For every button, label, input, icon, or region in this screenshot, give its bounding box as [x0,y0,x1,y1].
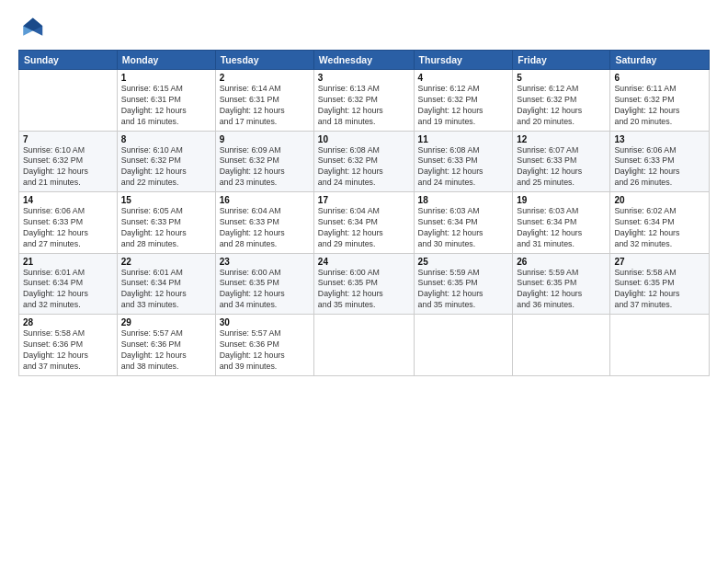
day-info: Sunrise: 6:03 AMSunset: 6:34 PMDaylight:… [418,206,509,250]
calendar-table: SundayMondayTuesdayWednesdayThursdayFrid… [18,50,710,376]
day-number: 15 [121,195,211,205]
calendar-cell: 10Sunrise: 6:08 AMSunset: 6:32 PMDayligh… [313,131,414,192]
day-info: Sunrise: 6:05 AMSunset: 6:33 PMDaylight:… [121,206,211,250]
day-number: 22 [121,257,211,267]
calendar-cell: 9Sunrise: 6:09 AMSunset: 6:32 PMDaylight… [215,131,313,192]
weekday-header-friday: Friday [513,51,610,70]
day-info: Sunrise: 6:10 AMSunset: 6:32 PMDaylight:… [121,145,211,190]
calendar-cell: 20Sunrise: 6:02 AMSunset: 6:34 PMDayligh… [610,192,710,254]
day-number: 26 [517,257,606,267]
day-info: Sunrise: 5:59 AMSunset: 6:35 PMDaylight:… [418,268,509,312]
calendar-cell: 21Sunrise: 6:01 AMSunset: 6:34 PMDayligh… [19,253,118,315]
day-number: 16 [220,195,310,205]
day-number: 11 [418,134,509,144]
day-number: 25 [418,257,509,267]
day-number: 3 [318,73,410,83]
day-number: 23 [220,257,310,267]
day-info: Sunrise: 5:57 AMSunset: 6:36 PMDaylight:… [220,328,310,373]
day-info: Sunrise: 6:06 AMSunset: 6:33 PMDaylight:… [23,206,113,250]
calendar-cell: 26Sunrise: 5:59 AMSunset: 6:35 PMDayligh… [513,253,610,315]
calendar-cell: 3Sunrise: 6:13 AMSunset: 6:32 PMDaylight… [313,70,414,132]
calendar-cell: 5Sunrise: 6:12 AMSunset: 6:32 PMDaylight… [513,70,610,132]
day-number: 28 [23,317,113,327]
calendar-cell: 11Sunrise: 6:08 AMSunset: 6:33 PMDayligh… [414,131,513,192]
day-info: Sunrise: 6:00 AMSunset: 6:35 PMDaylight:… [220,268,310,312]
logo [18,15,48,40]
day-info: Sunrise: 6:14 AMSunset: 6:31 PMDaylight:… [220,84,310,128]
day-number: 9 [220,134,310,144]
calendar-cell: 27Sunrise: 5:58 AMSunset: 6:35 PMDayligh… [610,253,710,315]
day-number: 18 [418,195,509,205]
day-info: Sunrise: 6:13 AMSunset: 6:32 PMDaylight:… [318,84,410,128]
calendar-cell [513,315,610,376]
calendar-week-1: 1Sunrise: 6:15 AMSunset: 6:31 PMDaylight… [19,70,710,132]
calendar-cell: 16Sunrise: 6:04 AMSunset: 6:33 PMDayligh… [215,192,313,254]
day-number: 13 [614,134,705,144]
weekday-header-tuesday: Tuesday [215,51,313,70]
day-info: Sunrise: 5:58 AMSunset: 6:36 PMDaylight:… [23,328,113,373]
day-number: 27 [614,257,705,267]
calendar-week-5: 28Sunrise: 5:58 AMSunset: 6:36 PMDayligh… [19,315,710,376]
weekday-header-monday: Monday [117,51,215,70]
calendar-cell: 30Sunrise: 5:57 AMSunset: 6:36 PMDayligh… [215,315,313,376]
weekday-header-saturday: Saturday [610,51,710,70]
calendar-cell: 19Sunrise: 6:03 AMSunset: 6:34 PMDayligh… [513,192,610,254]
day-info: Sunrise: 5:57 AMSunset: 6:36 PMDaylight:… [121,328,211,373]
day-number: 30 [220,317,310,327]
day-number: 24 [318,257,410,267]
day-number: 5 [517,73,606,83]
calendar-cell [414,315,513,376]
calendar-cell: 15Sunrise: 6:05 AMSunset: 6:33 PMDayligh… [117,192,215,254]
calendar-cell: 8Sunrise: 6:10 AMSunset: 6:32 PMDaylight… [117,131,215,192]
day-info: Sunrise: 5:58 AMSunset: 6:35 PMDaylight:… [614,268,705,312]
calendar-cell [610,315,710,376]
day-number: 19 [517,195,606,205]
calendar-cell [19,70,118,132]
day-info: Sunrise: 6:01 AMSunset: 6:34 PMDaylight:… [121,268,211,312]
day-info: Sunrise: 6:12 AMSunset: 6:32 PMDaylight:… [418,84,509,128]
day-info: Sunrise: 6:04 AMSunset: 6:34 PMDaylight:… [318,206,410,250]
calendar-cell: 6Sunrise: 6:11 AMSunset: 6:32 PMDaylight… [610,70,710,132]
calendar-cell: 29Sunrise: 5:57 AMSunset: 6:36 PMDayligh… [117,315,215,376]
calendar-cell: 7Sunrise: 6:10 AMSunset: 6:32 PMDaylight… [19,131,118,192]
calendar-week-2: 7Sunrise: 6:10 AMSunset: 6:32 PMDaylight… [19,131,710,192]
day-info: Sunrise: 6:10 AMSunset: 6:32 PMDaylight:… [23,145,113,190]
calendar-week-4: 21Sunrise: 6:01 AMSunset: 6:34 PMDayligh… [19,253,710,315]
day-info: Sunrise: 6:06 AMSunset: 6:33 PMDaylight:… [614,145,705,190]
calendar-header-row: SundayMondayTuesdayWednesdayThursdayFrid… [19,51,710,70]
day-number: 29 [121,317,211,327]
calendar-cell: 2Sunrise: 6:14 AMSunset: 6:31 PMDaylight… [215,70,313,132]
day-number: 8 [121,134,211,144]
day-number: 20 [614,195,705,205]
calendar-cell: 23Sunrise: 6:00 AMSunset: 6:35 PMDayligh… [215,253,313,315]
calendar-cell: 1Sunrise: 6:15 AMSunset: 6:31 PMDaylight… [117,70,215,132]
day-number: 4 [418,73,509,83]
calendar-cell: 12Sunrise: 6:07 AMSunset: 6:33 PMDayligh… [513,131,610,192]
day-info: Sunrise: 6:11 AMSunset: 6:32 PMDaylight:… [614,84,705,128]
day-info: Sunrise: 6:02 AMSunset: 6:34 PMDaylight:… [614,206,705,250]
day-number: 6 [614,73,705,83]
calendar-cell: 17Sunrise: 6:04 AMSunset: 6:34 PMDayligh… [313,192,414,254]
calendar-cell [313,315,414,376]
calendar-cell: 4Sunrise: 6:12 AMSunset: 6:32 PMDaylight… [414,70,513,132]
logo-icon [18,15,44,40]
day-info: Sunrise: 5:59 AMSunset: 6:35 PMDaylight:… [517,268,606,312]
day-info: Sunrise: 6:12 AMSunset: 6:32 PMDaylight:… [517,84,606,128]
day-info: Sunrise: 6:07 AMSunset: 6:33 PMDaylight:… [517,145,606,190]
day-number: 12 [517,134,606,144]
page: SundayMondayTuesdayWednesdayThursdayFrid… [0,0,728,563]
calendar-cell: 14Sunrise: 6:06 AMSunset: 6:33 PMDayligh… [19,192,118,254]
weekday-header-thursday: Thursday [414,51,513,70]
day-info: Sunrise: 6:00 AMSunset: 6:35 PMDaylight:… [318,268,410,312]
day-number: 7 [23,134,113,144]
calendar-cell: 25Sunrise: 5:59 AMSunset: 6:35 PMDayligh… [414,253,513,315]
day-number: 21 [23,257,113,267]
day-number: 17 [318,195,410,205]
calendar-cell: 13Sunrise: 6:06 AMSunset: 6:33 PMDayligh… [610,131,710,192]
day-number: 14 [23,195,113,205]
calendar-cell: 24Sunrise: 6:00 AMSunset: 6:35 PMDayligh… [313,253,414,315]
header [18,15,710,40]
day-info: Sunrise: 6:03 AMSunset: 6:34 PMDaylight:… [517,206,606,250]
day-number: 10 [318,134,410,144]
day-number: 1 [121,73,211,83]
